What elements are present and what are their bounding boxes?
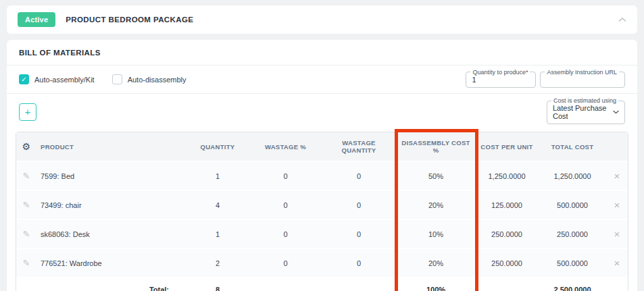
cell-total-cost: 500.0000	[539, 248, 606, 277]
bom-table-wrap: ⚙ PRODUCT QUANTITY WASTAGE % WASTAGE QUA…	[16, 132, 628, 291]
cell-disassembly-cost: 20%	[397, 248, 475, 277]
edit-row-button[interactable]: ✎	[16, 219, 36, 248]
col-product: PRODUCT	[36, 132, 185, 161]
cell-quantity: 1	[185, 219, 250, 248]
chevron-up-icon	[618, 16, 626, 24]
col-total-cost: TOTAL COST	[539, 132, 606, 161]
pencil-icon: ✎	[23, 258, 30, 268]
product-status-card: Active PRODUCT BEDROOM PACKAGE	[7, 5, 637, 34]
status-badge: Active	[18, 12, 55, 27]
section-title-row: BILL OF MATERIALS	[7, 40, 637, 65]
table-toolbar-row: + Cost is estimated using Latest Purchas…	[7, 94, 637, 130]
total-cost: 2,500.0000	[539, 277, 606, 291]
checkbox-icon: ✓	[19, 74, 29, 84]
auto-disassembly-checkbox[interactable]: ✓ Auto-disassembly	[112, 74, 187, 84]
add-item-button[interactable]: +	[19, 103, 36, 121]
table-row: ✎ sk68063: Desk 1 0 0 10% 250.0000 250.0…	[16, 219, 628, 248]
remove-row-button[interactable]: ×	[606, 190, 628, 219]
cell-wastage-qty: 0	[321, 190, 397, 219]
table-row: ✎ 7599: Bed 1 0 0 50% 1,250.0000 1,250.0…	[16, 161, 628, 190]
pencil-icon: ✎	[23, 229, 30, 239]
table-row: ✎ 73499: chair 4 0 0 20% 125.0000 500.00…	[16, 190, 628, 219]
section-title: BILL OF MATERIALS	[19, 49, 101, 57]
cell-product: sk68063: Desk	[36, 219, 185, 248]
checkbox-icon: ✓	[112, 74, 122, 84]
remove-row-button[interactable]: ×	[606, 219, 628, 248]
cell-empty	[321, 277, 397, 291]
cell-disassembly-cost: 50%	[397, 161, 475, 190]
chevron-down-icon	[613, 110, 619, 114]
bill-of-materials-card: BILL OF MATERIALS ✓ Auto-assembly/Kit ✓ …	[7, 40, 637, 291]
cell-total-cost: 500.0000	[539, 190, 606, 219]
column-settings-button[interactable]: ⚙	[16, 132, 36, 161]
cell-cost-per-unit: 250.0000	[475, 248, 539, 277]
pencil-icon: ✎	[23, 200, 30, 210]
cell-product: 776521: Wardrobe	[36, 248, 185, 277]
cell-wastage-pct: 0	[250, 248, 321, 277]
checkbox-label: Auto-assembly/Kit	[34, 76, 95, 84]
quantity-to-produce-field: Quantity to produce*	[466, 69, 536, 88]
quantity-to-produce-label: Quantity to produce*	[470, 69, 530, 76]
cost-estimated-using-field: Cost is estimated using Latest Purchase …	[547, 97, 625, 124]
table-row: ✎ 776521: Wardrobe 2 0 0 20% 250.0000 50…	[16, 248, 628, 277]
cell-empty	[250, 277, 321, 291]
cell-total-cost: 250.0000	[539, 219, 606, 248]
cell-disassembly-cost: 10%	[397, 219, 475, 248]
cell-quantity: 2	[185, 248, 250, 277]
col-disassembly-cost: DISASSEMBLY COST %	[397, 132, 475, 161]
col-actions	[606, 132, 628, 161]
fields-group: Quantity to produce* Assembly Instructio…	[466, 72, 625, 88]
cell-cost-per-unit: 1,250.0000	[475, 161, 539, 190]
col-quantity: QUANTITY	[185, 132, 250, 161]
checkbox-group: ✓ Auto-assembly/Kit ✓ Auto-disassembly	[19, 74, 186, 84]
cost-estimated-using-select[interactable]: Latest Purchase Cost	[553, 104, 619, 122]
total-label: Total:	[36, 277, 185, 291]
table-total-row: Total: 8 100% 2,500.0000	[16, 277, 628, 291]
edit-row-button[interactable]: ✎	[16, 161, 36, 190]
bom-table: ⚙ PRODUCT QUANTITY WASTAGE % WASTAGE QUA…	[16, 132, 628, 291]
close-icon: ×	[614, 199, 620, 211]
col-wastage-quantity: WASTAGE QUANTITY	[321, 132, 397, 161]
cell-quantity: 1	[185, 161, 250, 190]
cell-wastage-pct: 0	[250, 161, 321, 190]
collapse-panel-button[interactable]	[618, 16, 626, 24]
cell-disassembly-cost: 20%	[397, 190, 475, 219]
close-icon: ×	[614, 170, 620, 182]
edit-row-button[interactable]: ✎	[16, 248, 36, 277]
assembly-instruction-url-label: Assembly Instruction URL	[545, 69, 619, 76]
cell-wastage-pct: 0	[250, 190, 321, 219]
col-cost-per-unit: COST PER UNIT	[475, 132, 539, 161]
remove-row-button[interactable]: ×	[606, 161, 628, 190]
page-title: PRODUCT BEDROOM PACKAGE	[66, 16, 193, 24]
table-header-row: ⚙ PRODUCT QUANTITY WASTAGE % WASTAGE QUA…	[16, 132, 628, 161]
cell-product: 7599: Bed	[36, 161, 185, 190]
cell-wastage-qty: 0	[321, 219, 397, 248]
quantity-to-produce-input[interactable]	[472, 76, 530, 85]
cell-wastage-qty: 0	[321, 248, 397, 277]
remove-row-button[interactable]: ×	[606, 248, 628, 277]
edit-row-button[interactable]: ✎	[16, 190, 36, 219]
cell-quantity: 4	[185, 190, 250, 219]
pencil-icon: ✎	[23, 171, 30, 181]
assembly-instruction-url-input[interactable]	[546, 76, 619, 85]
assembly-instruction-url-field: Assembly Instruction URL	[540, 69, 625, 88]
close-icon: ×	[614, 257, 620, 269]
checkbox-label: Auto-disassembly	[128, 76, 187, 84]
gear-icon: ⚙	[22, 141, 31, 152]
cost-estimate-group: Cost is estimated using Latest Purchase …	[547, 100, 625, 124]
cell-total-cost: 1,250.0000	[539, 161, 606, 190]
cell-cost-per-unit: 125.0000	[475, 190, 539, 219]
total-quantity: 8	[185, 277, 250, 291]
auto-assembly-checkbox[interactable]: ✓ Auto-assembly/Kit	[19, 74, 95, 84]
cell-cost-per-unit: 250.0000	[475, 219, 539, 248]
selected-option: Latest Purchase Cost	[553, 104, 609, 120]
total-disassembly-cost: 100%	[397, 277, 475, 291]
cell-empty	[16, 277, 36, 291]
col-wastage-pct: WASTAGE %	[250, 132, 321, 161]
cost-estimated-using-label: Cost is estimated using	[551, 97, 618, 104]
cell-empty	[606, 277, 628, 291]
cell-wastage-qty: 0	[321, 161, 397, 190]
cell-empty	[475, 277, 539, 291]
cell-wastage-pct: 0	[250, 219, 321, 248]
close-icon: ×	[614, 228, 620, 240]
